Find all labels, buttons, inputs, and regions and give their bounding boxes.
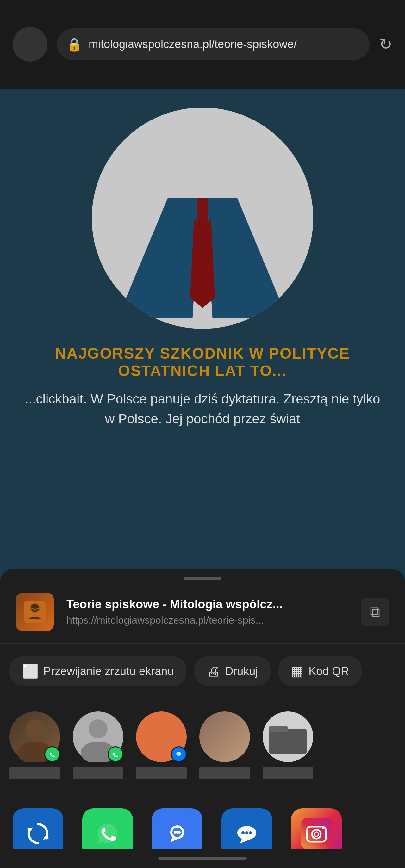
svg-point-40 bbox=[249, 831, 252, 835]
svg-rect-41 bbox=[300, 818, 332, 849]
svg-point-21 bbox=[180, 753, 181, 754]
svg-rect-22 bbox=[269, 729, 307, 754]
share-sheet: Teorie spiskowe - Mitologia wspólcz... h… bbox=[0, 569, 405, 868]
page-favicon bbox=[16, 593, 54, 631]
article-image-circle bbox=[92, 107, 313, 329]
qr-code-icon: ▦ bbox=[291, 663, 304, 679]
svg-rect-23 bbox=[269, 726, 288, 732]
sheet-handle bbox=[183, 577, 222, 580]
contact-avatar-wrapper-1 bbox=[9, 711, 60, 762]
page-url-display: https://mitologiawspolczesna.pl/teorie-s… bbox=[66, 614, 348, 626]
whatsapp-badge-1 bbox=[44, 746, 60, 762]
qr-code-button[interactable]: ▦ Kod QR bbox=[279, 656, 361, 686]
svg-point-20 bbox=[178, 753, 179, 754]
print-label: Drukuj bbox=[225, 665, 258, 678]
contact-item-1[interactable] bbox=[9, 711, 60, 779]
page-info: Teorie spiskowe - Mitologia wspólcz... h… bbox=[66, 598, 348, 626]
svg-point-19 bbox=[177, 753, 178, 754]
contact-item-2[interactable] bbox=[73, 711, 123, 779]
refresh-button[interactable]: ↻ bbox=[379, 35, 392, 54]
bottom-bar bbox=[0, 849, 405, 868]
print-icon: 🖨 bbox=[207, 664, 220, 679]
svg-point-13 bbox=[25, 719, 44, 738]
svg-point-33 bbox=[176, 831, 178, 834]
action-buttons-row: ⬜ Przewijanie zrzutu ekranu 🖨 Drukuj ▦ K… bbox=[0, 644, 405, 699]
copy-link-button[interactable]: ⧉ bbox=[361, 598, 389, 626]
svg-point-39 bbox=[245, 831, 249, 835]
article-image-wrapper bbox=[0, 89, 405, 329]
qr-code-label: Kod QR bbox=[309, 665, 349, 678]
svg-marker-2 bbox=[205, 198, 287, 318]
page-title-display: Teorie spiskowe - Mitologia wspólcz... bbox=[66, 598, 348, 611]
article-title: NAJGORSZY SZKODNIK W POLITYCE OSTATNICH … bbox=[19, 345, 386, 379]
contact-name-1 bbox=[9, 767, 60, 779]
messages-badge-3 bbox=[171, 746, 187, 762]
scroll-screenshot-label: Przewijanie zrzutu ekranu bbox=[44, 665, 174, 678]
contact-avatar-wrapper-3 bbox=[136, 711, 187, 762]
copy-icon: ⧉ bbox=[370, 603, 380, 620]
print-button[interactable]: 🖨 Drukuj bbox=[194, 656, 270, 686]
web-content: NAJGORSZY SZKODNIK W POLITYCE OSTATNICH … bbox=[0, 89, 405, 632]
contact-name-4 bbox=[199, 767, 250, 779]
article-text: ...clickbait. W Polsce panuje dziś dykta… bbox=[0, 389, 405, 429]
contact-name-5 bbox=[263, 767, 313, 779]
contact-avatar-5 bbox=[263, 711, 313, 762]
page-preview-row: Teorie spiskowe - Mitologia wspólcz... h… bbox=[0, 580, 405, 644]
svg-point-45 bbox=[322, 827, 325, 829]
browser-chrome: 🔒 mitologiawspolczesna.pl/teorie-spiskow… bbox=[0, 0, 405, 89]
contact-avatar-4 bbox=[199, 711, 250, 762]
svg-point-34 bbox=[178, 831, 181, 834]
svg-point-38 bbox=[241, 831, 244, 835]
contact-item-4[interactable] bbox=[199, 711, 250, 779]
svg-marker-1 bbox=[118, 198, 200, 318]
scroll-screenshot-button[interactable]: ⬜ Przewijanie zrzutu ekranu bbox=[9, 656, 186, 686]
contact-item-5[interactable] bbox=[263, 711, 313, 779]
home-indicator bbox=[158, 857, 247, 860]
whatsapp-badge-2 bbox=[108, 746, 123, 762]
svg-point-15 bbox=[89, 719, 108, 738]
contact-name-3 bbox=[136, 767, 187, 779]
scroll-screenshot-icon: ⬜ bbox=[22, 663, 38, 679]
contact-name-2 bbox=[73, 767, 123, 779]
url-bar[interactable]: 🔒 mitologiawspolczesna.pl/teorie-spiskow… bbox=[57, 28, 370, 60]
contact-item-3[interactable] bbox=[136, 711, 187, 779]
contacts-row bbox=[0, 699, 405, 793]
contact-avatar-wrapper-5 bbox=[263, 711, 313, 762]
suit-illustration bbox=[103, 119, 302, 318]
contact-avatar-wrapper-2 bbox=[73, 711, 123, 762]
contact-avatar-wrapper-4 bbox=[199, 711, 250, 762]
browser-avatar bbox=[13, 27, 48, 62]
url-text: mitologiawspolczesna.pl/teorie-spiskowe/ bbox=[89, 38, 360, 51]
lock-icon: 🔒 bbox=[66, 37, 82, 52]
svg-point-32 bbox=[174, 831, 176, 834]
